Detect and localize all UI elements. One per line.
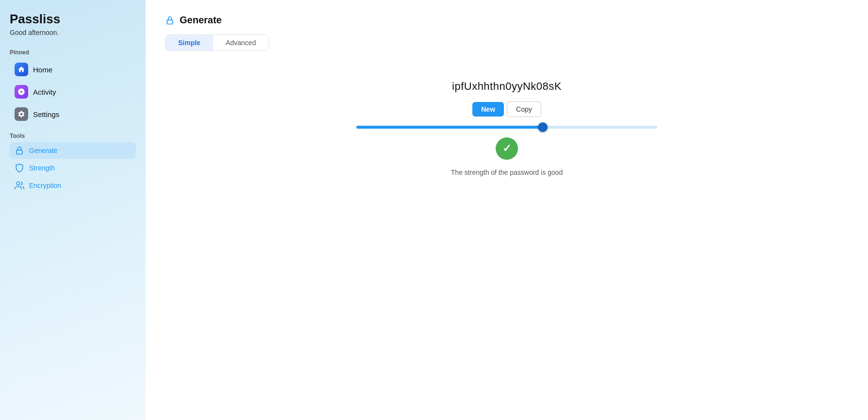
sidebar-item-encryption-label: Encryption xyxy=(29,182,61,189)
sidebar: Passliss Good afternoon. Pinned Home Act… xyxy=(0,0,146,420)
copy-button[interactable]: Copy xyxy=(507,101,541,117)
generated-password: ipfUxhhthn0yyNk08sK xyxy=(452,80,562,93)
slider-thumb[interactable] xyxy=(538,122,548,132)
sidebar-item-strength-label: Strength xyxy=(29,164,55,172)
sidebar-item-generate[interactable]: Generate xyxy=(10,142,136,159)
sidebar-item-home-label: Home xyxy=(33,66,52,74)
new-button[interactable]: New xyxy=(472,102,504,117)
sidebar-item-strength[interactable]: Strength xyxy=(10,160,136,176)
main-content: Generate Simple Advanced ipfUxhhthn0yyNk… xyxy=(146,0,868,420)
sidebar-item-generate-label: Generate xyxy=(29,147,57,154)
strength-text: The strength of the password is good xyxy=(451,168,563,176)
page-lock-icon xyxy=(165,16,175,25)
settings-icon xyxy=(15,107,28,121)
svg-rect-0 xyxy=(17,150,22,154)
password-area: ipfUxhhthn0yyNk08sK New Copy ✓ The stren… xyxy=(165,80,849,176)
slider-fill xyxy=(356,126,543,129)
home-icon xyxy=(15,63,28,76)
page-header: Generate xyxy=(165,15,849,26)
shield-icon xyxy=(15,163,24,173)
greeting: Good afternoon. xyxy=(10,29,136,36)
lock-icon xyxy=(15,146,24,155)
svg-rect-2 xyxy=(167,20,173,24)
encryption-icon xyxy=(15,181,24,190)
sidebar-item-home[interactable]: Home xyxy=(10,59,136,80)
sidebar-item-activity[interactable]: Activity xyxy=(10,81,136,102)
sidebar-item-activity-label: Activity xyxy=(33,88,56,96)
tools-label: Tools xyxy=(10,133,136,139)
pinned-label: Pinned xyxy=(10,49,136,56)
length-slider-container xyxy=(356,126,657,129)
sidebar-item-settings-label: Settings xyxy=(33,110,59,118)
slider-track xyxy=(356,126,657,129)
page-title: Generate xyxy=(180,15,222,26)
sidebar-item-settings[interactable]: Settings xyxy=(10,103,136,125)
password-actions: New Copy xyxy=(472,101,541,117)
app-title: Passliss xyxy=(10,12,136,27)
tab-advanced[interactable]: Advanced xyxy=(213,35,268,50)
tab-simple[interactable]: Simple xyxy=(166,35,213,50)
checkmark-icon: ✓ xyxy=(502,142,511,155)
tab-bar: Simple Advanced xyxy=(165,34,269,51)
strength-indicator: ✓ xyxy=(496,137,518,160)
activity-icon xyxy=(15,85,28,99)
svg-point-1 xyxy=(17,182,20,185)
sidebar-item-encryption[interactable]: Encryption xyxy=(10,177,136,194)
